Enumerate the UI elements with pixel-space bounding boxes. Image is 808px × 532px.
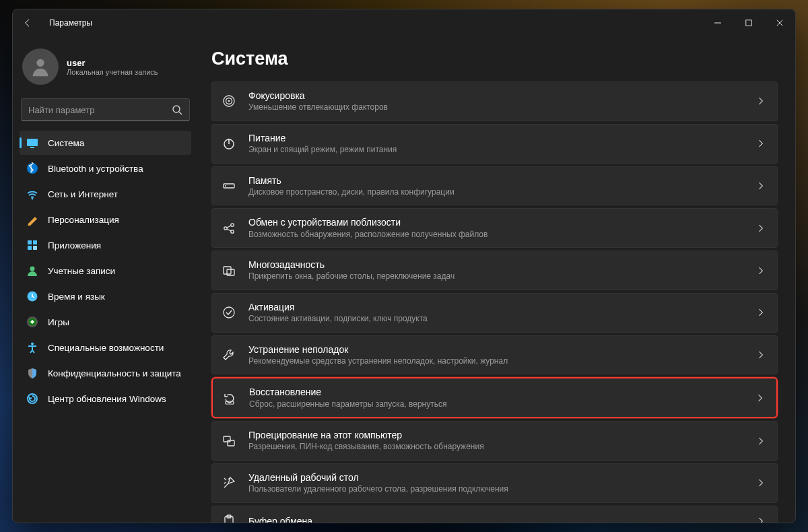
chevron-right-icon [757, 350, 766, 360]
search-box[interactable] [21, 98, 190, 121]
sidebar-item-personalize[interactable]: Персонализация [20, 207, 191, 232]
remote-icon [222, 475, 236, 490]
nav-list: СистемаBluetooth и устройстваСеть и Инте… [17, 131, 194, 411]
sidebar-item-gaming[interactable]: Игры [20, 310, 191, 334]
activation-icon [222, 305, 236, 320]
chevron-right-icon [757, 139, 766, 148]
setting-row-remote[interactable]: Удаленный рабочий стол Пользователи удал… [211, 463, 778, 503]
minimize-button[interactable] [702, 9, 733, 36]
row-subtitle: Разрешения, ПИН-код связывания, возможно… [248, 442, 745, 453]
sidebar-item-time[interactable]: Время и язык [20, 284, 191, 308]
system-icon [26, 137, 38, 149]
row-subtitle: Сброс, расширенные параметры запуска, ве… [249, 399, 744, 410]
maximize-icon [744, 16, 753, 30]
sidebar-item-accounts[interactable]: Учетные записи [20, 259, 191, 283]
sidebar-item-bluetooth[interactable]: Bluetooth и устройства [20, 156, 191, 180]
search-input[interactable] [28, 105, 172, 115]
row-text: Проецирование на этот компьютер Разрешен… [248, 429, 745, 453]
multitask-icon [222, 263, 236, 278]
row-title: Питание [248, 132, 745, 144]
sidebar-item-label: Персонализация [48, 215, 119, 225]
profile-subtitle: Локальная учетная запись [67, 68, 158, 76]
svg-point-33 [36, 59, 44, 67]
bluetooth-icon [26, 162, 38, 174]
setting-row-recovery[interactable]: Восстановление Сброс, расширенные параме… [211, 377, 778, 418]
power-icon [222, 136, 236, 151]
row-text: Восстановление Сброс, расширенные параме… [249, 386, 744, 409]
row-title: Удаленный рабочий стол [248, 471, 745, 484]
row-subtitle: Уменьшение отвлекающих факторов [248, 102, 745, 113]
chevron-right-icon [757, 96, 766, 106]
profile-name: user [67, 58, 158, 68]
setting-row-power[interactable]: Питание Экран и спящий режим, режим пита… [211, 124, 778, 164]
focus-icon [222, 94, 236, 108]
row-title: Буфер обмена [248, 515, 745, 523]
row-title: Память [248, 174, 745, 187]
close-button[interactable] [764, 9, 795, 36]
row-subtitle: Дисковое пространство, диски, правила ко… [248, 187, 745, 198]
sidebar-item-system[interactable]: Система [20, 131, 191, 155]
settings-list: Фокусировка Уменьшение отвлекающих факто… [211, 81, 778, 523]
setting-row-storage[interactable]: Память Дисковое пространство, диски, пра… [211, 166, 778, 206]
row-text: Память Дисковое пространство, диски, пра… [248, 174, 745, 198]
sidebar-item-label: Специальные возможности [48, 343, 164, 353]
setting-row-activation[interactable]: Активация Состояние активации, подписки,… [211, 293, 778, 333]
row-title: Многозадачность [248, 259, 745, 271]
profile-block[interactable]: user Локальная учетная запись [17, 44, 194, 96]
back-button[interactable] [18, 12, 40, 34]
titlebar: Параметры [13, 9, 795, 36]
sidebar-item-label: Учетные записи [48, 266, 115, 276]
sidebar-item-label: Система [48, 138, 84, 148]
row-subtitle: Пользователи удаленного рабочего стола, … [248, 484, 745, 495]
row-text: Удаленный рабочий стол Пользователи удал… [248, 471, 745, 495]
setting-row-clipboard[interactable]: Буфер обмена [211, 506, 778, 523]
share-icon [222, 221, 236, 236]
chevron-right-icon [757, 436, 766, 446]
sidebar-item-label: Приложения [48, 240, 101, 251]
setting-row-project[interactable]: Проецирование на этот компьютер Разрешен… [211, 421, 778, 461]
apps-icon [26, 239, 38, 251]
chevron-right-icon [757, 181, 766, 191]
sidebar-item-label: Центр обновления Windows [48, 394, 166, 404]
troubleshoot-icon [222, 347, 236, 362]
sidebar-item-wifi[interactable]: Сеть и Интернет [20, 182, 191, 206]
accessibility-icon [26, 341, 38, 354]
sidebar-item-label: Игры [48, 317, 69, 327]
sidebar-item-privacy[interactable]: Конфиденциальность и защита [20, 361, 191, 385]
sidebar-item-update[interactable]: Центр обновления Windows [20, 387, 191, 411]
row-subtitle: Экран и спящий режим, режим питания [248, 145, 745, 156]
row-subtitle: Состояние активации, подписки, ключ прод… [248, 314, 745, 325]
recovery-icon [222, 391, 237, 405]
sidebar-item-label: Время и язык [48, 292, 105, 302]
setting-row-share[interactable]: Обмен с устройствами поблизости Возможно… [211, 208, 778, 248]
gaming-icon [26, 316, 38, 328]
project-icon [222, 434, 236, 448]
privacy-icon [26, 367, 38, 379]
sidebar: user Локальная учетная запись СистемаBlu… [13, 36, 198, 523]
setting-row-troubleshoot[interactable]: Устранение неполадок Рекомендуемые средс… [211, 335, 778, 375]
row-title: Фокусировка [248, 90, 745, 102]
setting-row-focus[interactable]: Фокусировка Уменьшение отвлекающих факто… [211, 81, 778, 121]
sidebar-item-label: Сеть и Интернет [48, 189, 118, 199]
maximize-button[interactable] [733, 9, 764, 36]
chevron-right-icon [757, 224, 766, 233]
row-text: Многозадачность Прикрепить окна, рабочие… [248, 259, 745, 282]
personalize-icon [26, 213, 38, 226]
row-title: Восстановление [249, 386, 744, 398]
sidebar-item-apps[interactable]: Приложения [20, 233, 191, 257]
chevron-right-icon [757, 308, 766, 317]
avatar [22, 48, 59, 85]
window-body: user Локальная учетная запись СистемаBlu… [13, 36, 795, 523]
row-text: Устранение неполадок Рекомендуемые средс… [248, 343, 745, 367]
chevron-right-icon [757, 517, 766, 523]
storage-icon [222, 178, 236, 193]
row-title: Устранение неполадок [248, 343, 745, 356]
row-title: Активация [248, 301, 745, 313]
sidebar-item-accessibility[interactable]: Специальные возможности [20, 335, 191, 360]
window-controls [702, 9, 795, 36]
clipboard-icon [222, 514, 236, 523]
setting-row-multitask[interactable]: Многозадачность Прикрепить окна, рабочие… [211, 251, 778, 290]
chevron-right-icon [757, 478, 766, 488]
row-subtitle: Рекомендуемые средства устранения непола… [248, 356, 745, 367]
main-panel: Система Фокусировка Уменьшение отвлекающ… [198, 36, 795, 523]
